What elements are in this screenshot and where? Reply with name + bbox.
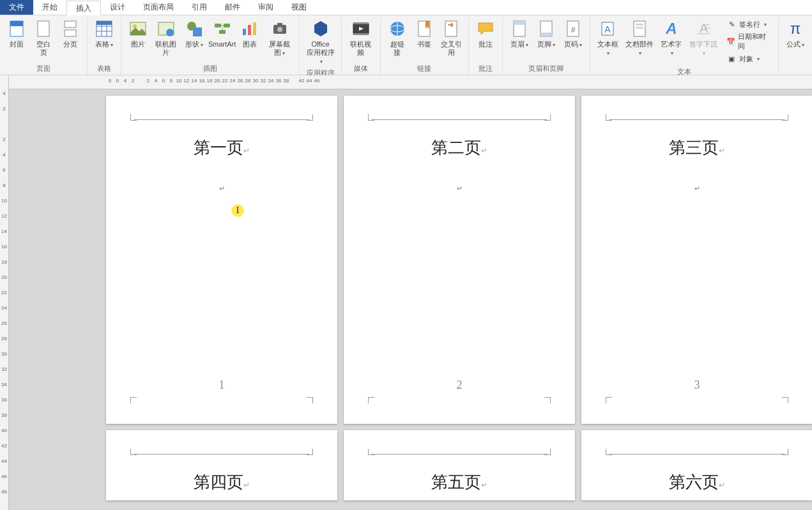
blank-page-button[interactable]: 空白页 (31, 17, 56, 58)
svg-rect-27 (353, 22, 369, 24)
quick-parts-button[interactable]: 文档部件▾ (623, 17, 657, 59)
page-heading: 第二页↵ (368, 137, 551, 159)
paragraph-mark (606, 184, 788, 193)
header-button[interactable]: 页眉▾ (507, 17, 532, 50)
page-number-button[interactable]: #页码▾ (560, 17, 586, 50)
horizontal-ruler[interactable]: 8642246810121416182022242628303234363842… (9, 75, 812, 89)
picture-button[interactable]: 图片 (125, 17, 151, 50)
hyperlink-button[interactable]: 超链接 (385, 17, 410, 58)
group-pages: 封面 空白页 分页 页面 (0, 17, 88, 75)
hyperlink-icon (388, 20, 406, 38)
parts-icon (632, 20, 647, 38)
footer-corner (606, 397, 612, 403)
page-heading: 第一页↵ (130, 137, 313, 159)
header-corner (782, 449, 788, 455)
page-2[interactable]: 第二页↵2 (344, 96, 575, 424)
page-heading: 第三页↵ (606, 137, 788, 159)
tab-ref[interactable]: 引用 (183, 0, 216, 15)
group-comments: 批注 批注 (469, 17, 503, 75)
online-picture-button[interactable]: 联机图片 (152, 17, 180, 58)
tab-design[interactable]: 设计 (101, 0, 134, 15)
page-1[interactable]: 第一页↵1 (106, 96, 337, 424)
table-button[interactable]: 表格▾ (91, 17, 117, 50)
datetime-button[interactable]: 📅日期和时间 (725, 31, 770, 52)
blank-icon (36, 20, 51, 38)
footer-button[interactable]: 页脚▾ (533, 17, 559, 50)
shapes-button[interactable]: 形状▾ (181, 17, 207, 50)
svg-text:A: A (605, 24, 611, 34)
smartart-button[interactable]: SmartArt (208, 17, 236, 50)
svg-rect-2 (38, 21, 49, 36)
dropcap-button[interactable]: A首字下沉▾ (686, 17, 720, 59)
cover-icon (9, 20, 24, 38)
group-illustrations: 图片 联机图片 形状▾ SmartArt 图表 屏幕截图▾ 插图 (121, 17, 300, 75)
group-symbols: π公式▾ (779, 17, 812, 75)
bookmark-icon (417, 20, 432, 38)
header-line (134, 454, 309, 454)
object-button[interactable]: ▣对象▾ (725, 53, 770, 64)
footer-icon (539, 20, 554, 38)
svg-point-24 (277, 27, 282, 32)
group-media-label: 媒体 (354, 63, 368, 75)
header-corner (544, 114, 551, 121)
footer-corner (544, 397, 551, 403)
svg-rect-17 (215, 24, 221, 27)
page-number: 1 (106, 379, 337, 392)
group-links-label: 链接 (417, 63, 431, 75)
screenshot-icon (271, 21, 289, 36)
header-icon (512, 20, 527, 38)
bookmark-button[interactable]: 书签 (411, 17, 437, 50)
page-6[interactable]: 第六页↵ (581, 430, 812, 500)
svg-rect-1 (10, 21, 23, 26)
header-corner (307, 449, 313, 455)
cover-page-button[interactable]: 封面 (4, 17, 29, 50)
tab-start[interactable]: 开始 (33, 0, 66, 15)
vertical-ruler[interactable]: 4224681012141618202224262830323436384042… (0, 75, 9, 510)
textbox-icon: A (600, 20, 615, 38)
svg-rect-16 (193, 27, 202, 36)
group-illus-label: 插图 (203, 63, 217, 75)
svg-rect-37 (540, 33, 552, 36)
signature-button[interactable]: ✎签名行▾ (725, 19, 770, 30)
header-line (609, 454, 785, 454)
tab-view[interactable]: 视图 (282, 0, 316, 15)
svg-rect-19 (219, 30, 226, 34)
tab-insert[interactable]: 插入 (66, 1, 101, 15)
video-icon (352, 21, 370, 36)
svg-rect-44 (636, 27, 643, 29)
group-media: 联机视频 媒体 (342, 17, 381, 75)
comment-button[interactable]: 批注 (473, 17, 498, 50)
header-corner (544, 449, 551, 455)
formula-button[interactable]: π公式▾ (783, 17, 808, 50)
page-break-button[interactable]: 分页 (57, 17, 83, 50)
textbox-button[interactable]: A文本框▾ (594, 17, 622, 59)
crossref-icon (443, 20, 459, 38)
page-heading: 第六页↵ (606, 471, 788, 493)
tab-file[interactable]: 文件 (0, 0, 33, 15)
tab-review[interactable]: 审阅 (249, 0, 282, 15)
online-video-button[interactable]: 联机视频 (346, 17, 376, 58)
sig-icon: ✎ (726, 19, 737, 29)
wordart-button[interactable]: A艺术字▾ (657, 17, 685, 59)
svg-rect-4 (65, 30, 76, 36)
svg-rect-25 (277, 23, 282, 26)
svg-point-14 (166, 29, 174, 36)
document-pages[interactable]: 第一页↵1第二页↵2第三页↵3第四页↵第五页↵第六页↵ (9, 89, 812, 510)
screenshot-button[interactable]: 屏幕截图▾ (264, 17, 295, 59)
office-apps-button[interactable]: Office 应用程序▾ (303, 17, 337, 67)
paragraph-mark (368, 184, 551, 193)
footer-corner (307, 397, 313, 403)
group-tables-label: 表格 (97, 63, 111, 75)
svg-rect-21 (248, 25, 251, 35)
tab-mail[interactable]: 邮件 (216, 0, 249, 15)
tab-layout[interactable]: 页面布局 (134, 0, 183, 15)
svg-point-12 (133, 24, 137, 28)
page-3[interactable]: 第三页↵3 (581, 96, 812, 424)
page-4[interactable]: 第四页↵ (106, 430, 337, 500)
page-5[interactable]: 第五页↵ (344, 430, 575, 500)
workspace: L 42246810121416182022242628303234363840… (0, 75, 812, 510)
paragraph-mark (130, 184, 313, 193)
cross-ref-button[interactable]: 交叉引用 (438, 17, 464, 58)
chart-button[interactable]: 图表 (237, 17, 263, 50)
svg-rect-3 (65, 21, 76, 27)
